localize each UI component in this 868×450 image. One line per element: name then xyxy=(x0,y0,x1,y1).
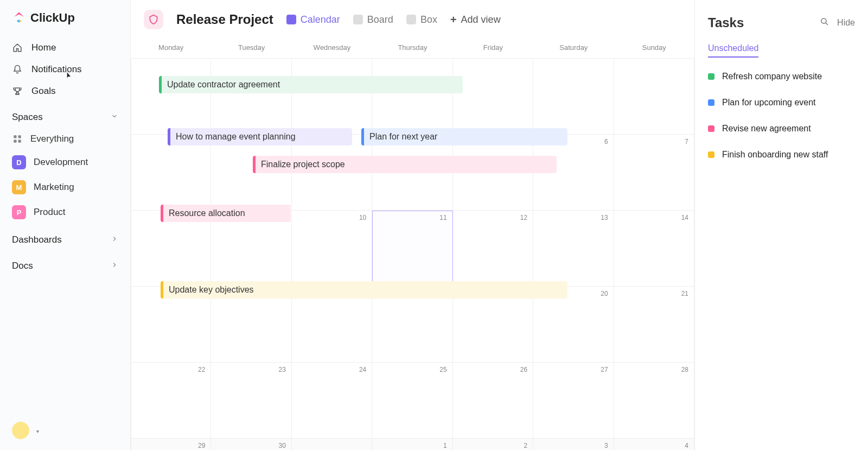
view-calendar[interactable]: Calendar xyxy=(286,14,340,26)
svg-rect-0 xyxy=(14,135,16,138)
logo[interactable]: ClickUp xyxy=(0,11,130,37)
day-number: 7 xyxy=(685,138,688,145)
add-view-button[interactable]: + Add view xyxy=(450,14,501,26)
event-bar[interactable]: Plan for next year xyxy=(361,128,567,145)
day-header: Saturday xyxy=(533,43,614,52)
task-item[interactable]: Refresh company website xyxy=(708,72,855,81)
calendar-cell[interactable]: 28 xyxy=(614,363,694,439)
calendar-cell[interactable]: 8 xyxy=(131,211,211,287)
day-number: 3 xyxy=(604,442,608,449)
calendar-cell[interactable] xyxy=(614,59,694,135)
user-avatar[interactable]: ▾ xyxy=(12,422,29,439)
day-number: 30 xyxy=(278,442,285,449)
calendar-cell[interactable]: 29 xyxy=(131,439,211,450)
calendar-cell[interactable]: 22 xyxy=(131,363,211,439)
calendar-cell[interactable]: 11 xyxy=(372,211,452,287)
view-box[interactable]: Box xyxy=(406,14,437,26)
status-dot xyxy=(708,99,714,106)
calendar-grid[interactable]: 1234567891011121314151617181920212223242… xyxy=(131,58,694,450)
logo-text: ClickUp xyxy=(30,11,75,25)
calendar-cell[interactable]: 7 xyxy=(614,135,694,211)
calendar-cell[interactable] xyxy=(453,59,533,135)
day-number: 23 xyxy=(278,366,285,373)
plus-icon: + xyxy=(450,14,457,26)
calendar-cell[interactable] xyxy=(372,59,452,135)
calendar-cell[interactable]: 13 xyxy=(533,211,614,287)
calendar-cell[interactable]: 30 xyxy=(211,439,291,450)
hide-button[interactable]: Hide xyxy=(837,18,855,28)
status-dot xyxy=(708,73,714,80)
task-item[interactable]: Revise new agreement xyxy=(708,124,855,134)
task-item[interactable]: Plan for upcoming event xyxy=(708,98,855,107)
view-board-label: Board xyxy=(367,14,393,26)
calendar-cell[interactable]: 2 xyxy=(453,439,533,450)
event-bar[interactable]: Update contractor agreement xyxy=(159,76,463,93)
day-header: Friday xyxy=(453,43,533,52)
task-label: Plan for upcoming event xyxy=(722,98,816,107)
docs-label: Docs xyxy=(12,261,33,271)
calendar-cell[interactable]: 21 xyxy=(614,287,694,363)
day-number: 2 xyxy=(524,442,527,449)
calendar-cell[interactable] xyxy=(533,59,614,135)
space-badge-m: M xyxy=(12,180,26,194)
calendar-cell[interactable]: 25 xyxy=(372,363,452,439)
space-development-label: Development xyxy=(34,157,88,168)
calendar-cell[interactable]: 27 xyxy=(533,363,614,439)
dashboards-nav[interactable]: Dashboards xyxy=(0,225,130,251)
svg-point-4 xyxy=(821,18,826,23)
day-number: 11 xyxy=(439,214,446,221)
task-list: Refresh company websitePlan for upcoming… xyxy=(708,72,855,160)
space-everything-label: Everything xyxy=(30,134,74,144)
calendar-cell[interactable]: 1 xyxy=(372,439,452,450)
event-bar[interactable]: Finalize project scope xyxy=(253,156,557,173)
event-bar[interactable]: Resource allocation xyxy=(161,205,291,222)
space-marketing-label: Marketing xyxy=(34,182,74,193)
calendar-cell[interactable]: 4 xyxy=(614,439,694,450)
event-bar[interactable]: How to manage event planning xyxy=(168,128,352,145)
task-item[interactable]: Finish onboarding new staff xyxy=(708,150,855,160)
space-badge-p: P xyxy=(12,205,26,219)
panel-title: Tasks xyxy=(708,15,744,30)
day-number: 29 xyxy=(198,442,205,449)
day-number: 26 xyxy=(520,366,527,373)
space-everything[interactable]: Everything xyxy=(0,128,130,150)
calendar-cell[interactable]: 9 xyxy=(211,211,291,287)
calendar-cell[interactable]: 12 xyxy=(453,211,533,287)
calendar-cell[interactable]: 1 xyxy=(131,135,211,211)
calendar-cell[interactable] xyxy=(211,59,291,135)
space-product[interactable]: P Product xyxy=(0,200,130,225)
bell-icon xyxy=(12,64,23,75)
space-product-label: Product xyxy=(34,207,66,218)
view-board[interactable]: Board xyxy=(353,14,393,26)
calendar-cell[interactable]: 10 xyxy=(292,211,372,287)
docs-nav[interactable]: Docs xyxy=(0,251,130,277)
calendar-cell[interactable]: 14 xyxy=(614,211,694,287)
calendar-cell[interactable] xyxy=(292,59,372,135)
nav-notifications-label: Notifications xyxy=(31,64,82,75)
nav-goals-label: Goals xyxy=(31,86,55,97)
space-development[interactable]: D Development xyxy=(0,150,130,175)
calendar-cell[interactable]: 26 xyxy=(453,363,533,439)
nav-goals[interactable]: Goals xyxy=(0,80,130,102)
dashboards-label: Dashboards xyxy=(12,234,62,245)
main-content: Release Project Calendar Board Box + Add… xyxy=(130,0,694,450)
calendar-cell[interactable] xyxy=(131,59,211,135)
nav-notifications[interactable]: Notifications xyxy=(0,59,130,80)
box-icon xyxy=(406,15,416,24)
project-icon xyxy=(144,10,163,29)
calendar-cell[interactable] xyxy=(292,439,372,450)
home-icon xyxy=(12,42,23,53)
calendar-cell[interactable]: 24 xyxy=(292,363,372,439)
calendar-cell[interactable]: 3 xyxy=(533,439,614,450)
search-icon[interactable] xyxy=(820,17,829,29)
day-number: 22 xyxy=(198,366,205,373)
spaces-label: Spaces xyxy=(12,112,43,123)
panel-tab-unscheduled[interactable]: Unscheduled xyxy=(708,43,758,58)
calendar-cell[interactable]: 23 xyxy=(211,363,291,439)
spaces-header[interactable]: Spaces xyxy=(0,102,130,128)
space-marketing[interactable]: M Marketing xyxy=(0,175,130,200)
day-header: Monday xyxy=(131,43,211,52)
event-bar[interactable]: Update key objectives xyxy=(161,281,567,299)
nav-home[interactable]: Home xyxy=(0,37,130,59)
day-number: 14 xyxy=(681,214,688,221)
